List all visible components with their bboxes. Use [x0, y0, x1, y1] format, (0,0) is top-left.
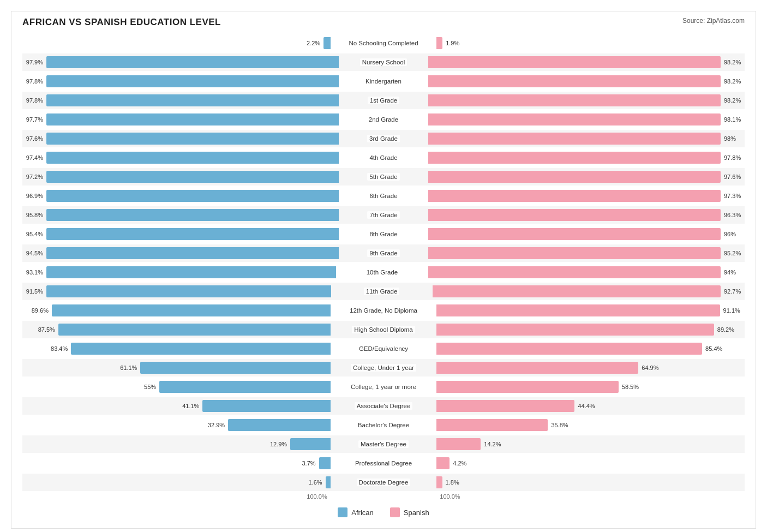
center-label-container: 8th Grade	[339, 225, 428, 243]
spanish-bar	[428, 56, 721, 68]
axis-right-label: 100.0%	[436, 493, 745, 500]
table-row: 83.4%GED/Equivalency85.4%	[22, 340, 745, 357]
spanish-value-label: 91.1%	[723, 307, 744, 314]
center-label-container: Nursery School	[339, 53, 428, 71]
center-label-container: 5th Grade	[339, 168, 428, 186]
african-bar-container: 94.5%	[22, 244, 339, 262]
center-label-container: 12th Grade, No Diploma	[331, 302, 437, 319]
legend-african-label: African	[351, 509, 373, 517]
african-value-label: 12.9%	[266, 441, 287, 447]
table-row: 97.8%Kindergarten98.2%	[22, 73, 745, 90]
center-label-container: 6th Grade	[339, 187, 428, 205]
african-bar-container: 41.1%	[22, 397, 331, 415]
spanish-bar	[436, 476, 442, 488]
spanish-bar	[433, 285, 721, 297]
african-value-label: 97.8%	[22, 97, 43, 104]
education-level-label: 12th Grade, No Diploma	[347, 307, 420, 314]
spanish-bar-container: 35.8%	[436, 416, 745, 434]
african-value-label: 95.4%	[22, 231, 43, 237]
african-bar	[46, 285, 331, 297]
education-level-label: 6th Grade	[367, 192, 399, 200]
african-value-label: 94.5%	[22, 250, 43, 256]
spanish-bar	[436, 438, 481, 450]
axis-left-label: 100.0%	[22, 493, 331, 500]
spanish-value-label: 96.3%	[724, 212, 745, 218]
education-level-label: High School Diploma	[352, 326, 415, 333]
table-row: 97.2%5th Grade97.6%	[22, 168, 745, 186]
spanish-bar	[428, 209, 721, 221]
table-row: 12.9%Master's Degree14.2%	[22, 435, 745, 453]
education-level-label: 7th Grade	[367, 211, 399, 219]
african-bar-container: 12.9%	[22, 435, 331, 453]
spanish-bar	[428, 94, 721, 106]
african-bar	[52, 304, 331, 316]
spanish-bar	[428, 133, 721, 145]
spanish-bar-container: 85.4%	[436, 340, 745, 357]
spanish-bar	[436, 381, 618, 393]
african-bar-container: 89.6%	[22, 302, 331, 319]
education-level-label: Bachelor's Degree	[356, 421, 411, 429]
african-bar-container: 97.8%	[22, 92, 339, 109]
african-bar-container: 95.4%	[22, 225, 339, 243]
education-level-label: No Schooling Completed	[346, 39, 420, 47]
african-value-label: 95.8%	[22, 212, 43, 218]
education-level-label: Associate's Degree	[355, 402, 413, 410]
spanish-value-label: 94%	[724, 269, 745, 276]
center-label-container: Professional Degree	[331, 455, 437, 472]
education-level-label: 3rd Grade	[367, 135, 400, 142]
legend-spanish-box	[390, 507, 400, 517]
african-bar	[46, 190, 339, 202]
african-value-label: 89.6%	[28, 307, 49, 314]
african-bar	[140, 362, 330, 374]
african-bar	[159, 381, 331, 393]
spanish-bar	[436, 37, 442, 49]
bottom-axis: 100.0% 100.0%	[22, 493, 745, 500]
african-bar	[46, 247, 339, 259]
spanish-value-label: 58.5%	[622, 384, 643, 390]
spanish-bar	[436, 400, 574, 412]
spanish-bar	[428, 266, 721, 278]
spanish-value-label: 98.2%	[724, 97, 745, 104]
education-level-label: 8th Grade	[367, 230, 399, 238]
education-level-label: 1st Grade	[368, 97, 400, 104]
education-level-label: 4th Grade	[367, 154, 399, 162]
center-label-container: College, Under 1 year	[331, 359, 437, 376]
table-row: 55%College, 1 year or more58.5%	[22, 378, 745, 396]
african-bar	[46, 152, 339, 164]
education-level-label: Doctorate Degree	[357, 479, 411, 486]
table-row: 97.9%Nursery School98.2%	[22, 53, 745, 71]
african-value-label: 97.2%	[22, 174, 43, 180]
african-value-label: 96.9%	[22, 193, 43, 199]
education-level-label: 2nd Grade	[367, 116, 400, 123]
spanish-bar-container: 97.8%	[428, 149, 745, 166]
education-level-label: Kindergarten	[363, 77, 404, 85]
african-bar	[46, 228, 339, 240]
chart-title: AFRICAN VS SPANISH EDUCATION LEVEL	[22, 17, 221, 28]
center-label-container: College, 1 year or more	[331, 378, 437, 396]
spanish-value-label: 85.4%	[705, 345, 726, 352]
table-row: 94.5%9th Grade95.2%	[22, 244, 745, 262]
african-bar	[46, 266, 336, 278]
african-value-label: 97.9%	[22, 59, 43, 65]
african-bar	[326, 476, 331, 488]
spanish-bar-container: 4.2%	[436, 455, 745, 472]
african-bar	[290, 438, 331, 450]
chart-header: AFRICAN VS SPANISH EDUCATION LEVEL Sourc…	[22, 17, 745, 28]
table-row: 95.4%8th Grade96%	[22, 225, 745, 243]
african-bar-container: 83.4%	[22, 340, 331, 357]
african-value-label: 83.4%	[47, 345, 68, 352]
spanish-value-label: 1.8%	[446, 479, 466, 486]
table-row: 32.9%Bachelor's Degree35.8%	[22, 416, 745, 434]
african-bar-container: 97.7%	[22, 111, 339, 128]
spanish-bar	[428, 190, 721, 202]
table-row: 2.2%No Schooling Completed1.9%	[22, 34, 745, 52]
center-label-container: 9th Grade	[339, 244, 428, 262]
african-bar	[46, 56, 339, 68]
spanish-bar-container: 92.7%	[433, 283, 745, 300]
spanish-bar-container: 98.2%	[428, 92, 745, 109]
african-bar	[323, 37, 331, 49]
center-label-container: 2nd Grade	[339, 111, 428, 128]
spanish-value-label: 97.3%	[724, 193, 745, 199]
center-label-container: High School Diploma	[331, 321, 437, 338]
african-bar-container: 1.6%	[22, 474, 331, 491]
